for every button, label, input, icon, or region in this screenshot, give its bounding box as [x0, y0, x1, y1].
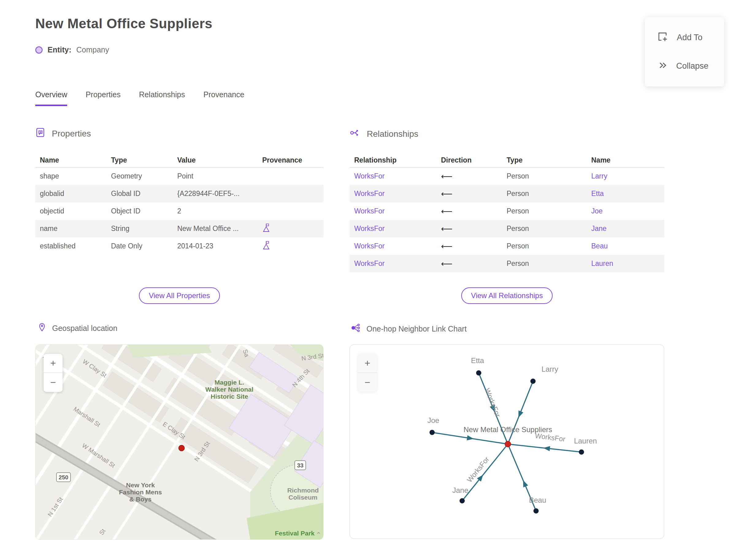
edge-label-worksfor: WorksFor: [535, 432, 566, 443]
link-chart-canvas: EttaLarryJoeLaurenJaneBeauNew Metal Offi…: [350, 345, 664, 539]
node-lauren[interactable]: [579, 450, 584, 455]
collapse-label: Collapse: [676, 61, 708, 71]
tab-relationships[interactable]: Relationships: [139, 90, 185, 106]
link-chart-icon: [351, 323, 361, 335]
relationship-link[interactable]: WorksFor: [350, 224, 436, 233]
related-entity-type: Person: [502, 224, 587, 233]
column-header-type: Type: [106, 156, 173, 164]
node-label-larry: Larry: [542, 365, 558, 373]
route-shield-33: 33: [295, 461, 306, 470]
map-zoom-in-button[interactable]: +: [44, 354, 63, 373]
related-entity-link[interactable]: Beau: [587, 242, 664, 250]
geospatial-header: Geospatial location: [37, 323, 117, 334]
relationships-section-title: Relationships: [367, 129, 418, 139]
related-entity-link[interactable]: Lauren: [587, 259, 664, 268]
property-value: 2: [173, 207, 258, 215]
relationships-table: RelationshipDirectionTypeName WorksFor⟵P…: [350, 153, 664, 272]
relationships-table-body: WorksFor⟵PersonLarryWorksFor⟵PersonEttaW…: [350, 167, 664, 272]
properties-icon: [35, 127, 46, 140]
map-pin-icon: [37, 323, 47, 334]
route-shield-250: 250: [56, 473, 71, 482]
node-center-company[interactable]: [505, 441, 511, 447]
edge-arrowhead: [467, 435, 474, 440]
relationship-link[interactable]: WorksFor: [350, 172, 436, 180]
edge-WorksFor-Jane[interactable]: [462, 444, 508, 501]
entity-row: Entity: Company: [35, 45, 109, 54]
direction-arrow: ⟵: [436, 224, 502, 233]
map-attribution-toggle[interactable]: ⌃: [316, 531, 321, 539]
relationship-row-etta: WorksFor⟵PersonEtta: [350, 185, 664, 202]
related-entity-link[interactable]: Larry: [587, 172, 664, 180]
relationship-link[interactable]: WorksFor: [350, 242, 436, 250]
tab-provenance[interactable]: Provenance: [203, 90, 244, 106]
node-jane[interactable]: [460, 498, 465, 504]
tabs: OverviewPropertiesRelationshipsProvenanc…: [35, 90, 244, 106]
related-entity-type: Person: [502, 259, 587, 268]
direction-arrow: ⟵: [436, 207, 502, 216]
property-row-shape: shapeGeometryPoint: [35, 167, 324, 185]
property-type: String: [106, 224, 173, 233]
relationship-row-beau: WorksFor⟵PersonBeau: [350, 237, 664, 255]
related-entity-type: Person: [502, 207, 587, 215]
property-name: shape: [35, 172, 106, 180]
relationship-link[interactable]: WorksFor: [350, 259, 436, 268]
property-name: name: [35, 224, 106, 233]
view-all-relationships-button[interactable]: View All Relationships: [461, 287, 553, 304]
svg-text:250: 250: [59, 474, 68, 481]
relationship-link[interactable]: WorksFor: [350, 207, 436, 215]
onehop-link-chart[interactable]: EttaLarryJoeLaurenJaneBeauNew Metal Offi…: [350, 344, 664, 539]
tab-properties[interactable]: Properties: [86, 90, 121, 106]
provenance-flag-icon[interactable]: [258, 240, 324, 252]
chart-zoom-in-button[interactable]: +: [358, 354, 377, 373]
collapse-icon: [657, 60, 668, 72]
collapse-button[interactable]: Collapse: [645, 55, 724, 77]
property-row-name: nameStringNew Metal Office ...: [35, 220, 324, 237]
property-value: New Metal Office ...: [173, 224, 258, 233]
geospatial-title: Geospatial location: [52, 324, 117, 333]
relationships-table-header: RelationshipDirectionTypeName: [350, 153, 664, 167]
map-canvas: k RdW Clay StSaMarshall StW Marshall StE…: [36, 345, 324, 540]
property-value: 2014-01-23: [173, 242, 258, 250]
column-header-provenance: Provenance: [258, 156, 324, 164]
relationship-row-jane: WorksFor⟵PersonJane: [350, 220, 664, 237]
node-larry[interactable]: [531, 379, 536, 384]
add-to-button[interactable]: Add To: [645, 26, 724, 49]
property-row-globalid: globalidGlobal ID{A228944F-0EF5-...: [35, 185, 324, 202]
properties-section-header: Properties: [35, 127, 324, 140]
property-row-established: establishedDate Only2014-01-23: [35, 237, 324, 255]
properties-table-body: shapeGeometryPointglobalidGlobal ID{A228…: [35, 167, 324, 255]
geospatial-map[interactable]: k RdW Clay StSaMarshall StW Marshall StE…: [35, 344, 324, 540]
properties-table: NameTypeValueProvenance shapeGeometryPoi…: [35, 153, 324, 255]
relationships-section-header: Relationships: [350, 127, 664, 140]
direction-arrow: ⟵: [436, 242, 502, 251]
view-all-properties-button[interactable]: View All Properties: [139, 287, 220, 304]
related-entity-type: Person: [502, 172, 587, 180]
node-beau[interactable]: [534, 508, 539, 514]
related-entity-link[interactable]: Jane: [587, 224, 664, 233]
relationship-link[interactable]: WorksFor: [350, 190, 436, 198]
related-entity-link[interactable]: Joe: [587, 207, 664, 215]
entity-type-value: Company: [76, 45, 109, 54]
chart-zoom-out-button[interactable]: −: [358, 373, 377, 392]
chart-zoom-control: + −: [358, 354, 377, 392]
related-entity-link[interactable]: Etta: [587, 190, 664, 198]
node-joe[interactable]: [430, 430, 435, 435]
property-name: established: [35, 242, 106, 250]
properties-section-title: Properties: [52, 129, 91, 139]
column-header-direction: Direction: [436, 156, 502, 164]
map-zoom-control: + −: [44, 354, 63, 392]
entity-label: Entity:: [48, 45, 71, 54]
column-header-name: Name: [35, 156, 106, 164]
property-type: Geometry: [106, 172, 173, 180]
property-row-objectid: objectidObject ID2: [35, 202, 324, 220]
property-type: Global ID: [106, 190, 173, 198]
direction-arrow: ⟵: [436, 172, 502, 181]
map-zoom-out-button[interactable]: −: [44, 373, 63, 392]
column-header-relationship: Relationship: [350, 156, 436, 164]
related-entity-type: Person: [502, 190, 587, 198]
property-type: Object ID: [106, 207, 173, 215]
node-etta[interactable]: [476, 370, 481, 376]
provenance-flag-icon[interactable]: [258, 223, 324, 234]
edge-arrowhead: [543, 446, 550, 451]
tab-overview[interactable]: Overview: [35, 90, 67, 106]
